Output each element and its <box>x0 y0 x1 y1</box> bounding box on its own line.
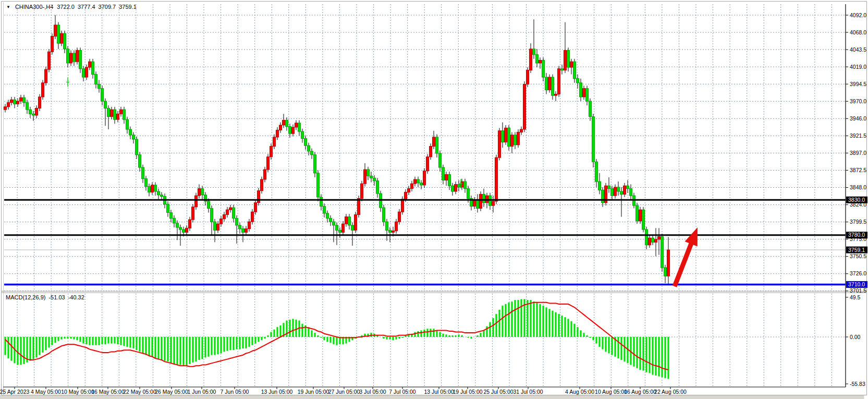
svg-text:3970.0: 3970.0 <box>850 98 866 104</box>
level-price-label-3710.0: 3710.0 <box>846 281 867 288</box>
macd-indicator-label: MACD(12,26,9) -51.03 -40.32 <box>6 294 84 300</box>
svg-text:3 Jul 05:00: 3 Jul 05:00 <box>359 389 386 395</box>
bar-open-value: 3722.0 <box>57 4 75 10</box>
svg-text:22 May 05:00: 22 May 05:00 <box>123 389 156 395</box>
svg-text:22 Aug 05:00: 22 Aug 05:00 <box>654 389 687 395</box>
symbol-period-label: CHINA300-,H4 <box>15 4 53 10</box>
svg-text:7 Jun 05:00: 7 Jun 05:00 <box>221 389 249 395</box>
svg-text:3872.5: 3872.5 <box>850 167 866 173</box>
svg-text:3897.0: 3897.0 <box>850 150 866 156</box>
svg-text:4 Aug 05:00: 4 Aug 05:00 <box>565 389 594 395</box>
svg-text:16 May 05:00: 16 May 05:00 <box>91 389 125 395</box>
level-price-label-3780.0: 3780.0 <box>846 232 867 238</box>
svg-text:3780.0: 3780.0 <box>848 232 865 238</box>
symbol-dropdown-icon[interactable]: ▼ <box>6 5 10 9</box>
svg-text:19 Jun 05:00: 19 Jun 05:00 <box>298 389 329 395</box>
chart-header: ▼ CHINA300-,H4 3722.0 3777.4 3709.7 3759… <box>6 4 137 10</box>
svg-text:3994.5: 3994.5 <box>850 81 866 87</box>
svg-text:19 Jul 05:00: 19 Jul 05:00 <box>453 389 482 395</box>
time-axis[interactable]: 25 Apr 20234 May 05:0010 May 05:0016 May… <box>0 387 687 395</box>
svg-text:3799.5: 3799.5 <box>850 219 866 225</box>
svg-text:1 Jun 05:00: 1 Jun 05:00 <box>188 389 216 395</box>
svg-text:4043.5: 4043.5 <box>850 46 866 53</box>
svg-text:4068.0: 4068.0 <box>850 29 866 35</box>
svg-text:10 Aug 05:00: 10 Aug 05:00 <box>595 389 627 395</box>
svg-text:0.00: 0.00 <box>850 334 861 340</box>
chart-window: 4092.04068.04043.54019.03994.53970.03946… <box>0 0 868 399</box>
level-price-label-3830.0: 3830.0 <box>846 197 867 203</box>
svg-text:3750.5: 3750.5 <box>850 253 866 259</box>
svg-text:7 Jul 05:00: 7 Jul 05:00 <box>389 389 416 395</box>
svg-text:26 May 05:00: 26 May 05:00 <box>155 389 188 395</box>
macd-signal-value: -40.32 <box>68 294 84 300</box>
svg-text:4019.0: 4019.0 <box>850 64 866 70</box>
svg-text:25 Jul 05:00: 25 Jul 05:00 <box>483 389 513 395</box>
svg-text:4092.0: 4092.0 <box>850 12 866 18</box>
svg-text:3726.0: 3726.0 <box>850 270 866 276</box>
svg-text:3830.0: 3830.0 <box>848 197 865 203</box>
svg-text:-55.83: -55.83 <box>850 381 865 387</box>
svg-text:31 Jul 05:00: 31 Jul 05:00 <box>513 389 543 395</box>
bar-low-value: 3709.7 <box>99 4 116 10</box>
svg-text:3701.5: 3701.5 <box>850 287 866 294</box>
svg-text:3946.0: 3946.0 <box>850 115 866 122</box>
chart-canvas[interactable]: 4092.04068.04043.54019.03994.53970.03946… <box>0 0 868 399</box>
macd-main-value: -51.03 <box>48 294 65 300</box>
current-price-label: 3759.1 <box>846 247 867 253</box>
svg-text:3848.0: 3848.0 <box>850 184 866 190</box>
svg-text:25 Apr 2023: 25 Apr 2023 <box>0 389 29 395</box>
macd-name: MACD(12,26,9) <box>6 294 45 300</box>
svg-text:3759.1: 3759.1 <box>848 247 865 253</box>
svg-text:3710.0: 3710.0 <box>848 281 865 287</box>
svg-text:27 Jun 05:00: 27 Jun 05:00 <box>328 389 360 395</box>
bar-high-value: 3777.4 <box>78 4 95 10</box>
svg-text:13 Jul 05:00: 13 Jul 05:00 <box>424 389 454 395</box>
svg-text:16 Aug 05:00: 16 Aug 05:00 <box>624 389 656 395</box>
svg-text:49.5: 49.5 <box>850 294 861 300</box>
bar-close-value: 3759.1 <box>119 4 137 10</box>
svg-text:4 May 05:00: 4 May 05:00 <box>31 389 61 395</box>
svg-text:3921.5: 3921.5 <box>850 132 866 139</box>
svg-text:13 Jun 05:00: 13 Jun 05:00 <box>261 389 293 395</box>
svg-text:10 May 05:00: 10 May 05:00 <box>61 389 94 395</box>
